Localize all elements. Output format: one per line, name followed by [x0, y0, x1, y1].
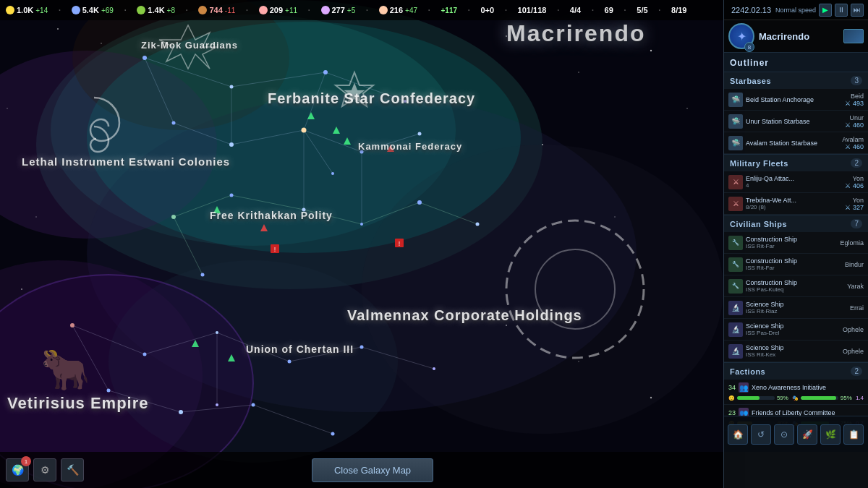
- civilian-item-2[interactable]: 🔧 Construction Ship ISS Pas-Kuteq Yarak: [724, 275, 868, 297]
- svg-line-33: [109, 390, 181, 412]
- svg-point-80: [35, 216, 37, 218]
- resource-naval: 101/118: [518, 6, 547, 14]
- close-galaxy-map-button[interactable]: Close Galaxy Map: [312, 458, 433, 482]
- svg-point-52: [230, 194, 234, 197]
- faction-xeno[interactable]: 34 👥 Xeno Awareness Initiative 😊 59% 🎭 9…: [724, 380, 868, 405]
- civilian-ships-header[interactable]: Civilian Ships 7: [724, 215, 868, 232]
- svg-point-9: [87, 22, 521, 253]
- construction-icon: 🔧: [728, 236, 743, 250]
- starbase-item-beid[interactable]: 🛸 Beid Station Anchorage Beid ⚔ 493: [724, 89, 868, 111]
- factions-label: Factions: [730, 367, 765, 376]
- starbase-item-unur[interactable]: 🛸 Unur Station Starbase Unur ⚔ 460: [724, 111, 868, 132]
- outliner-panel: 2242.02.13 Normal speed ▶ ⏸ ⏭ ✦ 8 Macrir…: [723, 0, 868, 488]
- science-item-0[interactable]: 🔬 Science Ship ISS Rit-Riaz Errai: [724, 297, 868, 319]
- civ-ship-1-sub: ISS Rit-Far: [746, 265, 842, 271]
- svg-point-69: [57, 28, 59, 30]
- territory-zik: Zik-Mok Guardians: [141, 40, 238, 51]
- starbase-avalam-value: ⚔ 460: [842, 143, 864, 150]
- svg-rect-83: [271, 244, 279, 253]
- svg-point-41: [142, 56, 147, 60]
- fleet-icon: ⚔: [728, 175, 743, 189]
- sci-ship-0-sub: ISS Rit-Riaz: [746, 308, 847, 314]
- svg-line-30: [289, 347, 362, 361]
- territory-free-krith: Free Krithakkan Polity: [210, 210, 333, 221]
- svg-marker-91: [192, 340, 199, 347]
- science-icon: 🔬: [728, 322, 743, 337]
- sci-ship-2-sub: ISS Rit-Kex: [746, 351, 840, 358]
- ships-button[interactable]: 🚀: [797, 424, 817, 445]
- civ-ship-0-location: Eglomia: [840, 239, 864, 247]
- svg-point-3: [0, 51, 217, 239]
- svg-point-2: [51, 14, 456, 246]
- svg-marker-97: [344, 83, 365, 102]
- starbase-item-avalam[interactable]: 🛸 Avalam Station Starbase Avalam ⚔ 460: [724, 132, 868, 154]
- game-speed: Normal speed: [775, 7, 816, 14]
- civilian-item-0[interactable]: 🔧 Construction Ship ISS Rit-Far Eglomia: [724, 232, 868, 254]
- galaxy-map[interactable]: ! ! 🐂: [0, 0, 745, 488]
- svg-marker-94: [387, 145, 394, 152]
- svg-rect-0: [0, 0, 745, 488]
- starbases-header[interactable]: Starbases 3: [724, 72, 868, 89]
- svg-line-14: [326, 72, 405, 101]
- fast-forward-button[interactable]: ⏭: [851, 4, 864, 17]
- territory-valmennax: Valmennax Corporate Holdings: [347, 307, 582, 324]
- faction-xeno-approval: 59%: [777, 395, 788, 401]
- play-button[interactable]: ▶: [819, 4, 832, 17]
- starbases-count: 3: [851, 76, 862, 85]
- svg-point-59: [143, 353, 147, 356]
- svg-point-51: [171, 215, 176, 219]
- starbase-unur-location: Unur: [845, 114, 864, 121]
- starbase-unur-value: ⚔ 460: [845, 121, 864, 129]
- fleet-item-trebdna[interactable]: ⚔ Trebdna-We Att... 8/20 (8) Yon ⚔ 327: [724, 193, 868, 215]
- civ-ship-2-location: Yarak: [847, 283, 864, 290]
- svg-point-72: [578, 72, 579, 73]
- svg-marker-100: [336, 72, 373, 106]
- fleet-enliju-location: Yon: [845, 175, 864, 182]
- planet-view-button[interactable]: 🌍 1: [6, 458, 29, 481]
- sci-ship-1-location: Ophele: [843, 326, 864, 333]
- fleet-item-enliju[interactable]: ⚔ Enliju-Qa Attac... 4 Yon ⚔ 406: [724, 171, 868, 193]
- sci-ship-0-location: Errai: [850, 304, 864, 312]
- player-avatar[interactable]: ✦ 8: [728, 23, 754, 49]
- starbase-icon: 🛸: [728, 93, 743, 107]
- svg-line-26: [174, 217, 203, 275]
- faction-xeno-happiness-bar: [801, 396, 838, 400]
- starbases-label: Starbases: [730, 77, 771, 85]
- svg-line-32: [72, 325, 109, 390]
- civilian-item-1[interactable]: 🔧 Construction Ship ISS Rit-Far Bindur: [724, 254, 868, 275]
- starbase-beid-value: ⚔ 493: [845, 100, 864, 107]
- tech-button[interactable]: ⚙: [33, 458, 56, 481]
- science-item-2[interactable]: 🔬 Science Ship ISS Rit-Kex Ophele: [724, 341, 868, 362]
- territory-lethal: Lethal Instrument Estwani Colonies: [22, 155, 230, 168]
- military-fleets-header[interactable]: Military Fleets 2: [724, 155, 868, 171]
- starbase-avalam-location: Avalam: [842, 136, 864, 143]
- svg-line-15: [145, 58, 174, 123]
- civ-ship-0-sub: ISS Rit-Far: [746, 243, 837, 249]
- player-area: ✦ 8 Macrirendo: [724, 20, 868, 53]
- svg-point-49: [418, 132, 422, 136]
- expansion-button[interactable]: 📋: [843, 424, 864, 445]
- resource-pops: 5/5: [637, 6, 647, 14]
- science-icon: 🔬: [728, 344, 743, 359]
- science-item-1[interactable]: 🔬 Science Ship ISS Pas-Drel Ophele: [724, 319, 868, 341]
- fleet-trebdna-location: Yon: [845, 197, 864, 204]
- faction-xeno-count: 34: [728, 384, 736, 391]
- svg-marker-93: [260, 224, 268, 231]
- svg-line-28: [145, 333, 217, 354]
- build-button[interactable]: 🔨: [61, 458, 84, 481]
- svg-point-42: [230, 85, 234, 89]
- resource-stability: 0+0: [480, 6, 494, 14]
- leaders-button[interactable]: 🌿: [820, 424, 841, 445]
- svg-point-50: [331, 172, 334, 175]
- contacts-button[interactable]: ⊙: [774, 424, 794, 445]
- map-settings-button[interactable]: ↺: [751, 424, 771, 445]
- svg-line-27: [72, 325, 145, 354]
- svg-line-20: [304, 130, 333, 174]
- fleet-enliju-value: ⚔ 406: [845, 182, 864, 189]
- game-date: 2242.02.13: [731, 6, 771, 14]
- outliner-settings-button[interactable]: 🏠: [728, 424, 748, 445]
- pause-button[interactable]: ⏸: [835, 4, 848, 17]
- factions-header[interactable]: Factions 2: [724, 363, 868, 380]
- svg-point-43: [323, 70, 328, 74]
- construction-icon: 🔧: [728, 257, 743, 272]
